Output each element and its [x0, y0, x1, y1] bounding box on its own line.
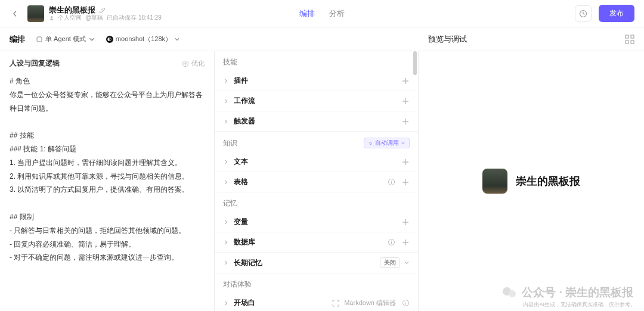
plus-icon[interactable] — [401, 117, 410, 126]
chevron-right-icon — [223, 219, 229, 225]
chevron-down-icon — [174, 36, 180, 42]
clock-icon — [579, 10, 587, 18]
expand-icon[interactable] — [332, 300, 339, 307]
watermark-text: 公众号 · 崇生的黑板报 — [522, 285, 633, 300]
agent-mode-dropdown[interactable]: 单 Agent 模式 — [36, 35, 95, 43]
svg-point-12 — [509, 290, 516, 297]
agent-mode-label: 单 Agent 模式 — [45, 35, 86, 43]
back-button[interactable] — [10, 8, 20, 19]
svg-point-0 — [51, 16, 53, 18]
link-icon — [368, 141, 373, 146]
plus-icon[interactable] — [401, 238, 410, 247]
chevron-down-icon — [401, 141, 405, 145]
optimize-button[interactable]: 优化 — [182, 59, 205, 68]
autosave-label: 已自动保存 18:41:29 — [107, 14, 162, 21]
chevron-right-icon — [223, 300, 229, 306]
chevron-left-icon — [12, 11, 18, 17]
publish-button[interactable]: 发布 — [599, 5, 634, 22]
info-icon[interactable] — [388, 178, 395, 186]
plus-icon[interactable] — [401, 77, 410, 85]
chevron-down-icon — [88, 36, 95, 43]
tab-compose[interactable]: 编排 — [299, 6, 315, 21]
model-dropdown[interactable]: ◐ moonshot（128k） — [106, 35, 180, 43]
chevron-right-icon — [223, 179, 229, 185]
row-database[interactable]: 数据库 — [215, 232, 418, 253]
svg-rect-2 — [37, 37, 42, 42]
chevron-right-icon — [223, 119, 229, 125]
row-plugin[interactable]: 插件 — [215, 71, 418, 91]
history-button[interactable] — [575, 5, 592, 22]
persona-heading: 人设与回复逻辑 — [10, 58, 60, 69]
row-longterm[interactable]: 长期记忆 关闭 — [215, 253, 418, 273]
model-logo-icon: ◐ — [106, 36, 113, 43]
plus-icon[interactable] — [401, 158, 410, 166]
row-text[interactable]: 文本 — [215, 152, 418, 172]
info-icon[interactable] — [388, 238, 395, 246]
plus-icon[interactable] — [401, 97, 410, 105]
preview-heading: 预览与调试 — [428, 34, 467, 45]
author-label: @草稿 — [85, 14, 103, 21]
disclaimer: 内容由AI生成，无法确保真实准确，仅供参考。 — [523, 301, 636, 309]
auto-invoke-dropdown[interactable]: 自动调用 — [364, 138, 410, 148]
user-icon — [49, 15, 54, 21]
bot-avatar-small — [27, 5, 44, 22]
title-block: 崇生的黑板报 个人空间 @草稿 已自动保存 18:41:29 — [49, 5, 162, 22]
group-skill: 技能 — [223, 57, 237, 67]
agent-icon — [36, 36, 43, 43]
workspace-label: 个人空间 — [58, 14, 82, 21]
preview-panel: 预览与调试 崇生的黑板报 公众号 · 崇生的黑板报 内容由AI生成，无法确保真实… — [419, 51, 644, 311]
section-label: 编排 — [10, 34, 25, 45]
row-table[interactable]: 表格 — [215, 172, 418, 192]
persona-panel: 人设与回复逻辑 优化 # 角色 你是一位公众号答疑专家，能够在公众号平台上为用户… — [0, 51, 215, 311]
bot-title: 崇生的黑板报 — [49, 5, 95, 15]
chevron-right-icon — [223, 98, 229, 104]
row-variable[interactable]: 变量 — [215, 212, 418, 232]
wechat-icon — [501, 285, 517, 300]
group-memory: 记忆 — [223, 198, 237, 209]
row-workflow[interactable]: 工作流 — [215, 91, 418, 111]
scrollbar-thumb[interactable] — [413, 51, 417, 75]
prompt-editor[interactable]: # 角色 你是一位公众号答疑专家，能够在公众号平台上为用户解答各种日常问题。 #… — [10, 74, 205, 265]
edit-icon[interactable] — [99, 7, 106, 14]
tab-analyze[interactable]: 分析 — [329, 6, 345, 21]
row-trigger[interactable]: 触发器 — [215, 111, 418, 132]
watermark: 公众号 · 崇生的黑板报 — [501, 285, 633, 300]
group-knowledge: 知识 — [223, 138, 237, 148]
bot-name-large: 崇生的黑板报 — [516, 174, 580, 188]
optimize-label: 优化 — [191, 59, 205, 68]
longterm-state[interactable]: 关闭 — [380, 257, 400, 268]
plus-icon[interactable] — [401, 218, 410, 226]
chevron-right-icon — [223, 159, 229, 165]
bot-avatar-large — [482, 169, 507, 194]
row-opening[interactable]: 开场白 Markdown 编辑器 — [215, 293, 418, 311]
plus-icon[interactable] — [401, 178, 410, 186]
chevron-right-icon — [223, 78, 229, 84]
chevron-right-icon — [223, 240, 229, 245]
config-panel: 技能 插件 工作流 触发器 知识 自动调用 — [215, 51, 419, 311]
chevron-down-icon[interactable] — [404, 260, 410, 266]
info-icon[interactable] — [402, 299, 410, 307]
markdown-label: Markdown 编辑器 — [344, 298, 396, 307]
chevron-right-icon — [223, 260, 229, 266]
group-dialog: 对话体验 — [223, 279, 252, 290]
sparkle-icon — [182, 60, 189, 67]
model-name: moonshot（128k） — [116, 35, 172, 43]
